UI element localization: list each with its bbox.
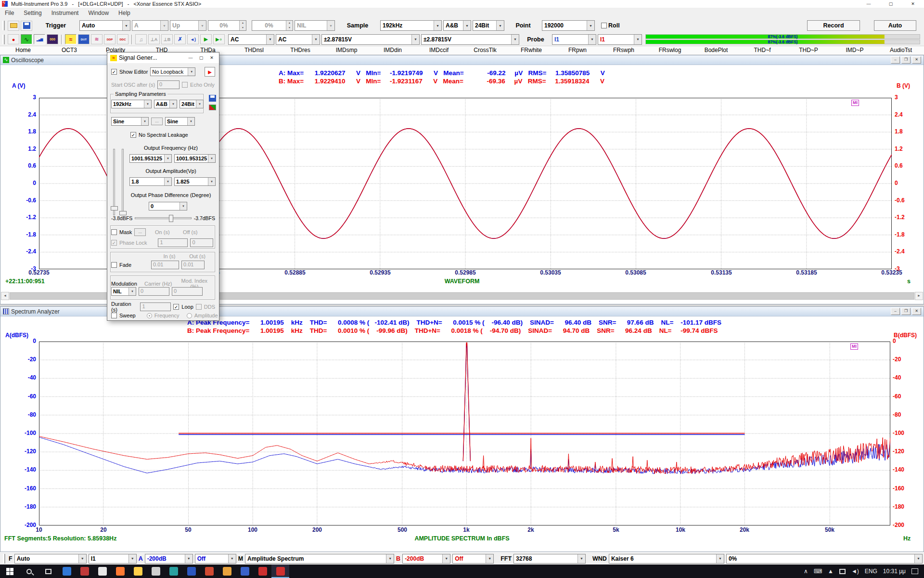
tab-imd~p[interactable]: IMD~P: [832, 46, 878, 54]
dropdown-arrow-icon[interactable]: ▼: [327, 21, 334, 30]
f-probe-dropdown[interactable]: I1▼: [89, 554, 137, 564]
taskbar-app-app-azure[interactable]: [236, 565, 254, 578]
multimeter-button[interactable]: 000: [47, 34, 58, 44]
phase-difference-dropdown[interactable]: 0▼: [149, 202, 187, 210]
touch-keyboard-icon[interactable]: ⌨: [814, 568, 822, 575]
overlap-dropdown[interactable]: 0%▼: [726, 554, 923, 564]
signal-generator-button[interactable]: ≈: [65, 34, 77, 44]
probe-b-dropdown[interactable]: I1▼: [598, 34, 642, 45]
dropdown-arrow-icon[interactable]: ▼: [128, 288, 136, 295]
frequency-mode-dropdown[interactable]: Auto▼: [14, 554, 87, 564]
waveform-a-dropdown[interactable]: Sine▼: [111, 117, 149, 126]
dropdown-arrow-icon[interactable]: ▼: [169, 100, 177, 108]
a-mode-dropdown[interactable]: Off▼: [195, 554, 236, 564]
trigger-filter-dropdown[interactable]: NIL▼: [295, 20, 335, 31]
dropdown-arrow-icon[interactable]: ▼: [198, 21, 206, 30]
taskbar-app-multi-instrument[interactable]: [271, 565, 289, 578]
panel-close-button[interactable]: ✕: [912, 56, 921, 64]
loop-checkbox[interactable]: ✓: [173, 304, 179, 310]
tab-frswph[interactable]: FRswph: [601, 46, 647, 54]
open-button[interactable]: [8, 21, 19, 31]
menu-help[interactable]: Help: [114, 8, 135, 18]
menu-file[interactable]: File: [0, 8, 19, 18]
dropdown-arrow-icon[interactable]: ▼: [511, 35, 519, 44]
menu-instrument[interactable]: Instrument: [47, 8, 84, 18]
task-view-button[interactable]: [38, 565, 58, 578]
dropdown-arrow-icon[interactable]: ▼: [386, 554, 394, 563]
tab-thd~f[interactable]: THD~f: [739, 46, 785, 54]
taskbar-app-app-teal[interactable]: [165, 565, 182, 578]
frequency-a-dropdown[interactable]: 1001.953125▼: [129, 154, 172, 163]
dropdown-arrow-icon[interactable]: ▼: [266, 35, 274, 44]
network-icon[interactable]: [839, 569, 846, 574]
probe-a-dropdown[interactable]: I1▼: [552, 34, 596, 45]
play-loop-button[interactable]: ▶∘: [213, 34, 225, 44]
generator-rate-dropdown[interactable]: 192kHz▼: [111, 100, 152, 108]
start-button[interactable]: [0, 565, 19, 578]
dialog-close-button[interactable]: ✕: [207, 55, 216, 60]
oscilloscope-button[interactable]: ∿: [21, 34, 32, 44]
taskbar-app-app-amber[interactable]: [218, 565, 236, 578]
trigger-mode-dropdown[interactable]: Auto▼: [79, 20, 130, 31]
dropdown-arrow-icon[interactable]: ▼: [196, 100, 203, 108]
record-button[interactable]: Record: [807, 20, 860, 31]
trigger-level-spinner[interactable]: 0%▲▼: [208, 20, 246, 31]
ddc-button[interactable]: DDC: [117, 34, 128, 44]
dropdown-arrow-icon[interactable]: ▼: [588, 35, 596, 44]
point-count-dropdown[interactable]: 192000▼: [542, 20, 595, 31]
dropdown-arrow-icon[interactable]: ▼: [164, 178, 171, 185]
tab-imddin[interactable]: IMDdin: [370, 46, 416, 54]
tab-oct3[interactable]: OCT3: [46, 46, 92, 54]
menu-setting[interactable]: Setting: [19, 8, 46, 18]
taskbar-app-firefox[interactable]: [111, 565, 129, 578]
slider-thumb[interactable]: [169, 215, 173, 222]
dialog-maximize-button[interactable]: ▢: [197, 55, 205, 60]
trigger-slope-dropdown[interactable]: Up▼: [170, 20, 206, 31]
dropdown-arrow-icon[interactable]: ▼: [122, 21, 130, 30]
dropdown-arrow-icon[interactable]: ▼: [634, 35, 642, 44]
mask-editor-button[interactable]: ...: [134, 228, 146, 236]
tab-frpwn[interactable]: FRpwn: [554, 46, 601, 54]
tab-home[interactable]: Home: [0, 46, 46, 54]
dropdown-arrow-icon[interactable]: ▼: [228, 554, 236, 563]
generator-bits-dropdown[interactable]: 24Bit▼: [180, 100, 204, 108]
dropdown-arrow-icon[interactable]: ▼: [587, 21, 594, 30]
dialog-minimize-button[interactable]: —: [186, 55, 195, 60]
sample-rate-dropdown[interactable]: 192kHz▼: [380, 20, 442, 31]
vendor-tray-icon[interactable]: ▲: [828, 568, 834, 575]
dropdown-arrow-icon[interactable]: ▼: [914, 554, 922, 563]
dut-button[interactable]: DUT: [78, 34, 90, 44]
tab-thd~p[interactable]: THD~P: [785, 46, 832, 54]
window-maximize-button[interactable]: ▢: [880, 0, 902, 8]
panel-maximize-button[interactable]: ❐: [901, 56, 911, 64]
signal-generator-dialog-titlebar[interactable]: ≈ Signal Gener... — ▢ ✕: [107, 53, 219, 63]
toolbar-grip[interactable]: [2, 21, 5, 30]
dropdown-arrow-icon[interactable]: ▼: [144, 100, 151, 108]
tab-crosstlk[interactable]: CrossTlk: [462, 46, 508, 54]
loopback-dropdown[interactable]: No Loopback▼: [150, 67, 195, 76]
b-mode-dropdown[interactable]: Off▼: [452, 554, 494, 564]
dropdown-arrow-icon[interactable]: ▼: [486, 554, 493, 563]
panel-close-button[interactable]: ✕: [912, 308, 921, 315]
auto-scale-button[interactable]: Auto: [874, 20, 916, 31]
tab-thdnsl[interactable]: THDnsl: [231, 46, 277, 54]
dropdown-arrow-icon[interactable]: ▼: [716, 554, 724, 563]
dropdown-arrow-icon[interactable]: ▼: [434, 21, 441, 30]
frequency-b-dropdown[interactable]: 1001.953125▼: [174, 154, 216, 163]
waveform-editor-button[interactable]: ...: [151, 118, 163, 125]
tray-expand-icon[interactable]: ∧: [804, 568, 808, 575]
taskbar-app-app-crimson[interactable]: [200, 565, 218, 578]
sample-bits-dropdown[interactable]: 24Bit▼: [473, 20, 504, 31]
run-stop-button[interactable]: ●: [8, 34, 19, 44]
b-range-dropdown[interactable]: -200dB▼: [402, 554, 450, 564]
dropdown-arrow-icon[interactable]: ▼: [160, 21, 168, 30]
slider-thumb[interactable]: [119, 211, 127, 215]
taskbar-app-app-scarlet[interactable]: [254, 565, 271, 578]
generator-sync-icon[interactable]: [209, 105, 216, 110]
scroll-right-button[interactable]: ►: [915, 292, 923, 300]
toolbar-grip[interactable]: [3, 554, 5, 564]
fade-checkbox[interactable]: [111, 262, 117, 268]
modulation-type-dropdown[interactable]: NIL▼: [111, 287, 136, 296]
tab-imdsmp[interactable]: IMDsmp: [323, 46, 370, 54]
trigger-delay-spinner[interactable]: 0%▲▼: [252, 20, 293, 31]
